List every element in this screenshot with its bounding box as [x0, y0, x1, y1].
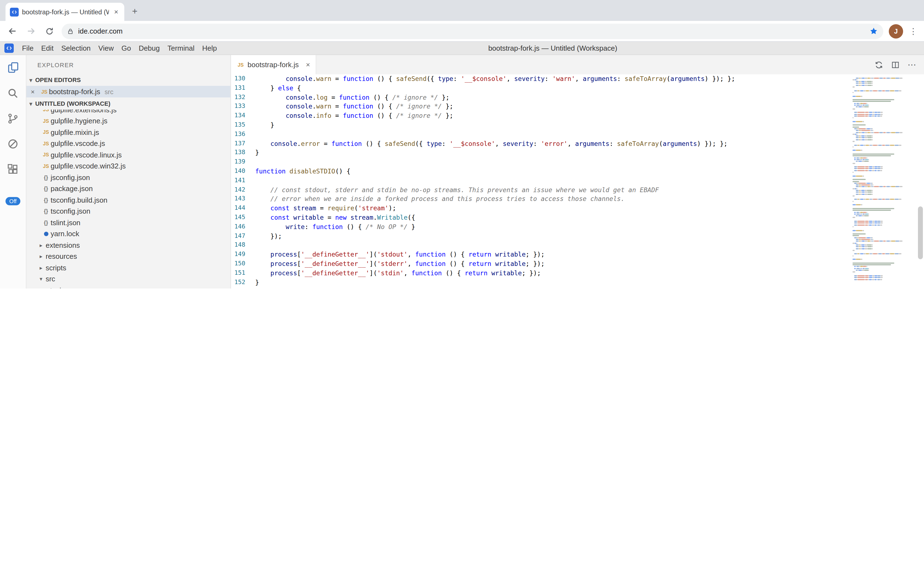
debug-icon[interactable] — [0, 131, 26, 156]
js-icon: JS — [41, 141, 51, 146]
back-icon[interactable] — [5, 24, 19, 38]
code-editor[interactable]: 130 console.warn = function () { safeSen… — [231, 74, 924, 288]
tree-item-tsconfig.build.json[interactable]: {}tsconfig.build.json — [26, 194, 230, 206]
open-editors-header[interactable]: ▾ OPEN EDITORS — [26, 74, 230, 86]
browser-tab-title: bootstrap-fork.js — Untitled (W — [22, 8, 109, 16]
more-actions-icon[interactable]: ⋯ — [908, 60, 916, 70]
code-lines: 130 console.warn = function () { safeSen… — [231, 74, 924, 288]
avatar[interactable]: J — [889, 24, 903, 38]
source-control-icon[interactable] — [0, 106, 26, 131]
forward-icon[interactable] — [24, 24, 37, 38]
code-line-139: 139 — [231, 158, 924, 167]
site-favicon — [10, 7, 19, 16]
reload-icon[interactable] — [43, 24, 56, 38]
js-file-icon: JS — [238, 62, 244, 68]
tree-item-scripts[interactable]: ▸scripts — [26, 262, 230, 273]
folder-icon: ▸ — [41, 287, 50, 288]
tab-close-icon[interactable]: × — [112, 8, 120, 16]
code-line-134: 134 console.info = function () { /* igno… — [231, 111, 924, 121]
browser-toolbar: ide.coder.com J ⋮ — [0, 21, 924, 42]
tree-item-gulpfile.vscode.linux.js[interactable]: JSgulpfile.vscode.linux.js — [26, 149, 230, 161]
activity-bar: Off ⚙ — [0, 55, 26, 288]
tree-item-gulpfile.vscode.win32.js[interactable]: JSgulpfile.vscode.win32.js — [26, 161, 230, 172]
code-line-149: 149 process['__defineGetter__']('stdout'… — [231, 250, 924, 259]
js-file-icon: JS — [40, 89, 49, 94]
code-line-143: 143 // error when we are inside a forked… — [231, 195, 924, 204]
menu-go[interactable]: Go — [117, 43, 135, 53]
vscode-menubar: FileEditSelectionViewGoDebugTerminalHelp… — [0, 42, 924, 55]
tree-item-gulpfile.mixin.js[interactable]: JSgulpfile.mixin.js — [26, 127, 230, 138]
search-icon[interactable] — [0, 81, 26, 106]
folder-icon: ▸ — [36, 242, 46, 248]
tree-item-typings[interactable]: ▸typings — [26, 285, 230, 288]
menu-debug[interactable]: Debug — [135, 43, 164, 53]
extensions-icon[interactable] — [0, 156, 26, 182]
folder-open-icon: ▾ — [36, 276, 46, 282]
code-line-150: 150 process['__defineGetter__']('stderr'… — [231, 259, 924, 269]
explorer-icon[interactable] — [0, 55, 26, 81]
menu-help[interactable]: Help — [198, 43, 221, 53]
code-line-144: 144 const stream = require('stream'); — [231, 204, 924, 213]
folder-icon: ▸ — [36, 264, 46, 271]
js-icon: JS — [41, 118, 51, 124]
code-line-147: 147 }); — [231, 232, 924, 241]
code-line-138: 138} — [231, 148, 924, 158]
menu-view[interactable]: View — [95, 43, 118, 53]
sidebar: EXPLORER ▾ OPEN EDITORS × JS bootstrap-f… — [26, 55, 231, 288]
code-line-135: 135 } — [231, 121, 924, 130]
address-bar[interactable]: ide.coder.com — [62, 23, 883, 39]
close-icon[interactable]: × — [31, 88, 40, 95]
tree-item-resources[interactable]: ▸resources — [26, 251, 230, 262]
code-line-152: 152} — [231, 278, 924, 287]
close-icon[interactable]: × — [306, 61, 310, 69]
tree-item-gulpfile.extensions.js[interactable]: JSgulpfile.extensions.js — [26, 110, 230, 115]
bookmark-star-icon[interactable] — [869, 27, 878, 35]
open-editor-name: bootstrap-fork.js — [49, 87, 100, 96]
sidebar-title: EXPLORER — [26, 55, 230, 74]
collaboration-off-badge[interactable]: Off — [5, 197, 20, 205]
editor-tab-bar: JS bootstrap-fork.js × ⋯ — [231, 55, 924, 74]
folder-icon: ▸ — [36, 253, 46, 259]
split-editor-icon[interactable] — [891, 60, 900, 69]
open-editor-item[interactable]: × JS bootstrap-fork.js src — [26, 86, 230, 97]
json-icon: {} — [41, 174, 51, 180]
menu-file[interactable]: File — [18, 43, 37, 53]
url-text[interactable]: ide.coder.com — [78, 27, 865, 35]
menu-selection[interactable]: Selection — [58, 43, 95, 53]
menu-terminal[interactable]: Terminal — [164, 43, 198, 53]
browser-menu-icon[interactable]: ⋮ — [909, 26, 919, 36]
code-line-142: 142 // const stdout, stderr and stdin be… — [231, 185, 924, 195]
editor-tab-label: bootstrap-fork.js — [247, 61, 299, 69]
workspace-header[interactable]: ▾ UNTITLED (WORKSPACE) — [26, 97, 230, 110]
menubar-items: FileEditSelectionViewGoDebugTerminalHelp — [18, 43, 221, 53]
editor-scrollbar-thumb[interactable] — [918, 206, 923, 259]
tree-item-gulpfile.hygiene.js[interactable]: JSgulpfile.hygiene.js — [26, 115, 230, 127]
editor-actions: ⋯ — [874, 55, 924, 74]
code-line-140: 140function disableSTDIO() { — [231, 167, 924, 176]
code-line-141: 141 — [231, 176, 924, 185]
tree-item-tslint.json[interactable]: {}tslint.json — [26, 217, 230, 228]
tree-item-src[interactable]: ▾src — [26, 273, 230, 285]
editor-tab[interactable]: JS bootstrap-fork.js × — [231, 55, 317, 74]
tree-item-package.json[interactable]: {}package.json — [26, 183, 230, 194]
js-icon: JS — [41, 110, 51, 112]
menu-edit[interactable]: Edit — [37, 43, 58, 53]
sync-icon[interactable] — [874, 60, 883, 69]
window-title: bootstrap-fork.js — Untitled (Workspace) — [182, 44, 924, 52]
file-tree: JSgulpfile.extensions.jsJSgulpfile.hygie… — [26, 110, 230, 288]
json-icon: {} — [41, 197, 51, 203]
lock-icon — [67, 27, 74, 35]
new-tab-button[interactable]: + — [128, 5, 142, 19]
tree-item-gulpfile.vscode.js[interactable]: JSgulpfile.vscode.js — [26, 138, 230, 149]
code-line-137: 137 console.error = function () { safeSe… — [231, 139, 924, 148]
minimap[interactable] — [852, 77, 915, 280]
browser-tab[interactable]: bootstrap-fork.js — Untitled (W × — [5, 3, 124, 21]
json-icon: {} — [41, 219, 51, 226]
tree-item-jsconfig.json[interactable]: {}jsconfig.json — [26, 172, 230, 183]
tree-item-yarn.lock[interactable]: yarn.lock — [26, 228, 230, 240]
js-icon: JS — [41, 129, 51, 135]
tree-item-tsconfig.json[interactable]: {}tsconfig.json — [26, 206, 230, 217]
lock-icon — [41, 232, 51, 236]
tree-item-extensions[interactable]: ▸extensions — [26, 240, 230, 251]
json-icon: {} — [41, 208, 51, 214]
